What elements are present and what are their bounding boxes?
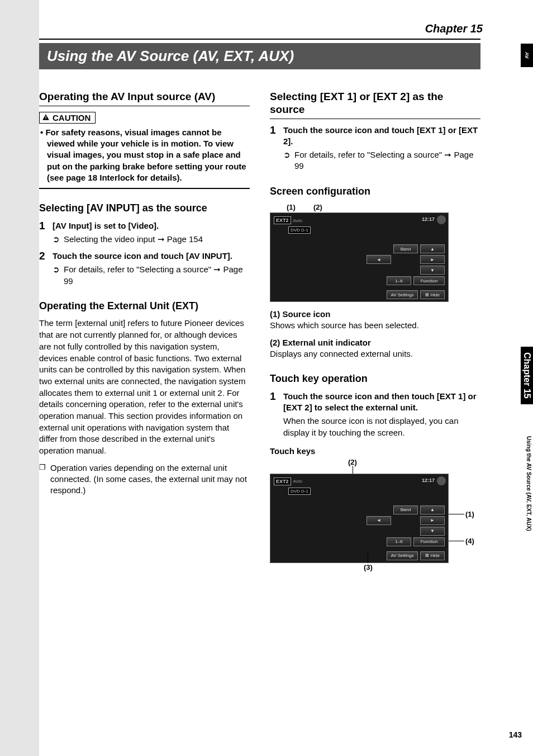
caution-rule (39, 188, 250, 189)
section-selecting-ext: Selecting [EXT 1] or [EXT 2] as the sour… (270, 91, 480, 119)
title-rule (39, 39, 480, 40)
caution-badge: CAUTION (39, 112, 96, 124)
pointer-2: (2) (348, 458, 357, 466)
touch-keys-figure: (2) EXT2 Auto DVD D-1 12:17 Band▲ ◄► ▼ 1… (270, 458, 482, 570)
subsection-screen-config: Screen configuration (270, 186, 480, 198)
step-2: 2 Touch the source icon and touch [AV IN… (39, 251, 250, 287)
callout-2: (2) (313, 203, 322, 211)
function-button: Function (413, 276, 445, 285)
pointer-3: (3) (364, 563, 373, 571)
page-number: 143 (509, 730, 522, 739)
band-button: Band (393, 505, 418, 514)
hide-button: ⊠ Hide (420, 551, 445, 560)
compass-icon (437, 476, 446, 485)
step-bold: Touch the source icon and then touch [EX… (283, 391, 480, 414)
step-bold: [AV Input] is set to [Video]. (53, 220, 250, 231)
ext-indicator: DVD D-1 (288, 488, 311, 495)
ref-arrow-icon: ➲ (53, 234, 60, 245)
left-button: ◄ (367, 255, 391, 264)
caution-label: CAUTION (53, 113, 91, 122)
left-button: ◄ (367, 516, 391, 525)
pointer-line (368, 553, 368, 563)
screen-config-figure: (1) (2) EXT2 Auto DVD D-1 12:17 Band▲ ◄►… (270, 203, 480, 302)
step-sub-text: For details, refer to "Selecting a sourc… (64, 264, 250, 287)
right-button: ► (420, 255, 445, 264)
desc1-label: (1) Source icon (270, 309, 480, 320)
side-section-title: Using the AV Source (AV, EXT, AUX) (526, 436, 532, 531)
up-button: ▲ (420, 244, 445, 253)
down-button: ▼ (420, 527, 445, 536)
desc2-label: (2) External unit indicator (270, 337, 480, 348)
up-button: ▲ (420, 505, 445, 514)
touch-keys-heading: Touch keys (270, 446, 480, 456)
step-1-ext: 1 Touch the source icon and touch [EXT 1… (270, 125, 480, 172)
screenshot-screen-config: EXT2 Auto DVD D-1 12:17 Band▲ ◄► ▼ 1–6Fu… (270, 212, 449, 302)
subsection-selecting-av-input: Selecting [AV INPUT] as the source (39, 202, 250, 215)
subsection-touch-key: Touch key operation (270, 373, 480, 385)
step-text: When the source icon is not displayed, y… (283, 415, 480, 438)
av-settings-button: AV Settings (387, 551, 418, 560)
ext-paragraph: The term [external unit] refers to futur… (39, 318, 250, 456)
step-number: 1 (39, 220, 48, 245)
screenshot-touch-keys: EXT2 Auto DVD D-1 12:17 Band▲ ◄► ▼ 1–6Fu… (270, 474, 449, 563)
btn-1-6: 1–6 (387, 537, 411, 546)
warning-icon (42, 114, 50, 121)
pointer-line (449, 541, 464, 541)
ext-note-text: Operation varies depending on the extern… (50, 462, 250, 497)
function-button: Function (413, 537, 445, 546)
left-gutter (0, 0, 39, 756)
pointer-line (449, 514, 464, 514)
square-bullet-icon: ❐ (39, 462, 46, 497)
step-number: 2 (39, 251, 48, 287)
step-number: 1 (270, 125, 279, 172)
ext-indicator: DVD D-1 (288, 226, 311, 234)
caution-text: For safety reasons, visual images cannot… (39, 127, 250, 183)
side-chapter-tab: Chapter 15 (521, 347, 533, 404)
source-icon-ext2: EXT2 (274, 216, 291, 224)
clock: 12:17 (422, 478, 435, 483)
pointer-4: (4) (465, 537, 474, 545)
ref-arrow-icon: ➲ (53, 264, 60, 287)
step-sub-text: Selecting the video input ➞ Page 154 (64, 234, 203, 245)
auto-label: Auto (293, 479, 302, 484)
page-title: Using the AV Source (AV, EXT, AUX) (39, 43, 480, 69)
step-bold: Touch the source icon and touch [AV INPU… (53, 251, 250, 262)
section-operating-av-input: Operating the AV Input source (AV) (39, 91, 250, 106)
touch-step-1: 1 Touch the source icon and then touch [… (270, 391, 480, 438)
compass-icon (437, 215, 446, 224)
side-tab-av: AV (521, 44, 533, 67)
step-sub-text: For details, refer to "Selecting a sourc… (294, 149, 480, 172)
subsection-operating-ext: Operating the External Unit (EXT) (39, 300, 250, 313)
step-1: 1 [AV Input] is set to [Video]. ➲ Select… (39, 220, 250, 245)
btn-1-6: 1–6 (387, 276, 411, 285)
right-column: Selecting [EXT 1] or [EXT 2] as the sour… (270, 85, 480, 570)
desc1-text: Shows which source has been selected. (270, 320, 419, 330)
av-settings-button: AV Settings (387, 290, 418, 299)
right-button: ► (420, 516, 445, 525)
desc2-text: Displays any connected external units. (270, 349, 413, 358)
auto-label: Auto (293, 218, 302, 223)
step-bold: Touch the source icon and touch [EXT 1] … (283, 125, 480, 148)
down-button: ▼ (420, 266, 445, 275)
left-column: Operating the AV Input source (AV) CAUTI… (39, 85, 250, 570)
ext-note: ❐ Operation varies depending on the exte… (39, 462, 250, 497)
ref-arrow-icon: ➲ (283, 149, 291, 172)
clock: 12:17 (422, 216, 435, 222)
hide-button: ⊠ Hide (420, 290, 445, 299)
pointer-1: (1) (465, 510, 474, 518)
svg-rect-1 (45, 119, 46, 119)
band-button: Band (393, 244, 418, 253)
chapter-label: Chapter 15 (39, 22, 494, 35)
step-number: 1 (270, 391, 279, 438)
callout-1: (1) (287, 203, 296, 211)
svg-rect-0 (45, 116, 46, 119)
source-icon-ext2: EXT2 (274, 478, 291, 485)
